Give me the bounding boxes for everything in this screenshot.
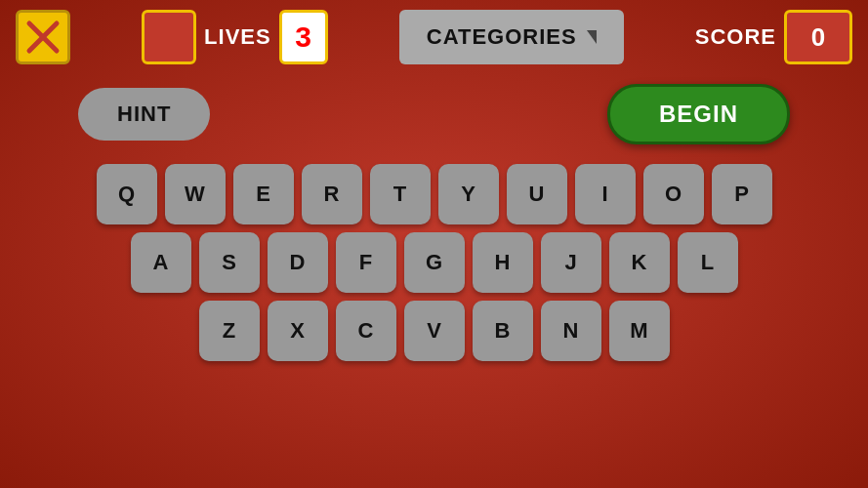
- categories-arrow-icon: [587, 30, 597, 44]
- categories-button[interactable]: CATEGORIES: [399, 10, 624, 64]
- score-label: SCORE: [695, 24, 776, 50]
- key-v[interactable]: V: [404, 301, 465, 361]
- key-b[interactable]: B: [473, 301, 533, 361]
- keyboard-row-1: ASDFGHJKL: [131, 232, 738, 293]
- hint-button[interactable]: HINT: [78, 88, 210, 141]
- key-o[interactable]: O: [643, 164, 704, 224]
- close-button[interactable]: [16, 10, 70, 64]
- key-h[interactable]: H: [473, 232, 533, 293]
- key-t[interactable]: T: [370, 164, 431, 224]
- key-p[interactable]: P: [712, 164, 772, 224]
- key-k[interactable]: K: [609, 232, 670, 293]
- keyboard: QWERTYUIOPASDFGHJKLZXCVBNM: [97, 164, 772, 361]
- score-section: SCORE 0: [695, 10, 852, 64]
- header: LIVES 3 CATEGORIES SCORE 0: [0, 0, 868, 74]
- key-w[interactable]: W: [165, 164, 226, 224]
- score-value: 0: [784, 10, 852, 64]
- key-q[interactable]: Q: [97, 164, 157, 224]
- lives-section: LIVES 3: [142, 10, 328, 64]
- main-area: HINT BEGIN QWERTYUIOPASDFGHJKLZXCVBNM: [0, 74, 868, 488]
- key-c[interactable]: C: [336, 301, 396, 361]
- key-z[interactable]: Z: [199, 301, 260, 361]
- keyboard-row-0: QWERTYUIOP: [97, 164, 772, 224]
- key-n[interactable]: N: [541, 301, 601, 361]
- lives-count: 3: [279, 10, 328, 64]
- key-f[interactable]: F: [336, 232, 396, 293]
- categories-label: CATEGORIES: [427, 24, 577, 50]
- action-row: HINT BEGIN: [59, 84, 809, 144]
- key-s[interactable]: S: [199, 232, 260, 293]
- key-u[interactable]: U: [507, 164, 567, 224]
- key-j[interactable]: J: [541, 232, 601, 293]
- key-m[interactable]: M: [609, 301, 670, 361]
- lives-icon-box: [142, 10, 196, 64]
- key-g[interactable]: G: [404, 232, 465, 293]
- key-d[interactable]: D: [268, 232, 328, 293]
- close-icon: [25, 20, 61, 55]
- key-l[interactable]: L: [678, 232, 738, 293]
- begin-button[interactable]: BEGIN: [607, 84, 790, 144]
- key-a[interactable]: A: [131, 232, 191, 293]
- key-r[interactable]: R: [302, 164, 362, 224]
- key-e[interactable]: E: [233, 164, 294, 224]
- key-y[interactable]: Y: [438, 164, 499, 224]
- key-x[interactable]: X: [268, 301, 328, 361]
- key-i[interactable]: I: [575, 164, 636, 224]
- lives-label: LIVES: [204, 24, 271, 50]
- keyboard-row-2: ZXCVBNM: [199, 301, 670, 361]
